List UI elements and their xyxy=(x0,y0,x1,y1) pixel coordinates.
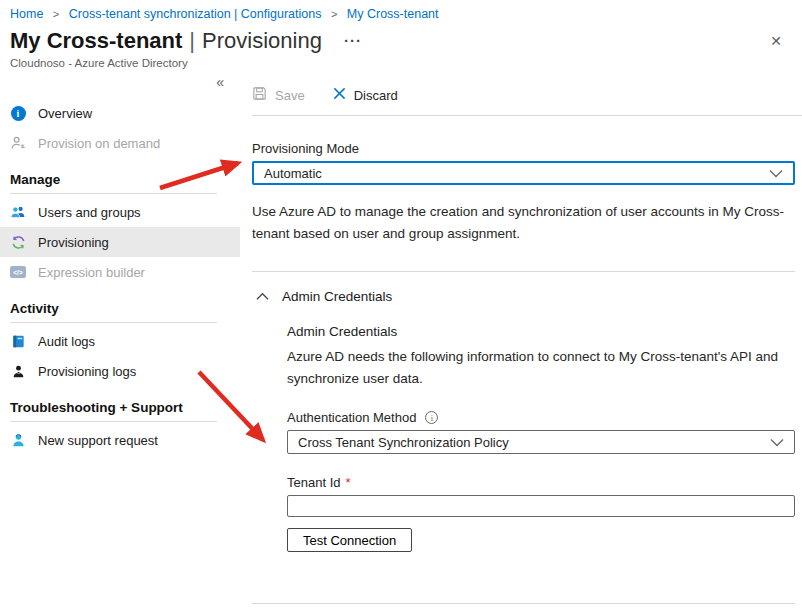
sidebar-item-label: Provisioning xyxy=(38,235,109,250)
sidebar-section-activity: Activity xyxy=(0,298,240,318)
sidebar-item-label: Expression builder xyxy=(38,265,145,280)
sidebar-divider xyxy=(10,322,217,323)
authentication-method-select[interactable]: Cross Tenant Synchronization Policy xyxy=(287,430,795,454)
page-title-divider: | xyxy=(189,28,195,54)
save-label: Save xyxy=(275,88,305,103)
sidebar-item-provisioning-logs[interactable]: Provisioning logs xyxy=(0,356,240,386)
breadcrumb-home[interactable]: Home xyxy=(10,7,43,21)
test-connection-button[interactable]: Test Connection xyxy=(287,528,412,552)
support-person-icon xyxy=(10,432,26,448)
discard-button[interactable]: Discard xyxy=(333,87,398,103)
sidebar-item-audit-logs[interactable]: Audit logs xyxy=(0,326,240,356)
sidebar-item-expression-builder: </> Expression builder xyxy=(0,257,240,287)
section-divider xyxy=(252,271,795,272)
breadcrumb-separator: > xyxy=(331,8,337,20)
sidebar-item-label: Users and groups xyxy=(38,205,141,220)
chevron-down-icon xyxy=(769,166,783,181)
code-icon: </> xyxy=(10,264,26,280)
provisioning-mode-description: Use Azure AD to manage the creation and … xyxy=(252,201,795,244)
breadcrumb: Home > Cross-tenant synchronization | Co… xyxy=(0,0,802,21)
tenant-id-input[interactable] xyxy=(287,495,795,517)
page-subtitle: Cloudnoso - Azure Active Directory xyxy=(10,57,802,69)
authentication-method-label: Authentication Method xyxy=(287,410,416,425)
admin-credentials-subheading: Admin Credentials xyxy=(287,324,795,339)
page-header: My Cross-tenant | Provisioning ··· ✕ Clo… xyxy=(0,21,802,69)
admin-credentials-content: Admin Credentials Azure AD needs the fol… xyxy=(287,324,795,552)
page-title-secondary: Provisioning xyxy=(202,28,322,54)
sidebar-divider xyxy=(10,421,217,422)
required-marker: * xyxy=(346,475,351,490)
sidebar-item-label: Provision on demand xyxy=(38,136,160,151)
users-icon xyxy=(10,204,26,220)
authentication-method-value: Cross Tenant Synchronization Policy xyxy=(298,435,509,450)
authentication-method-label-row: Authentication Method i xyxy=(287,410,795,425)
person-log-icon xyxy=(10,363,26,379)
sidebar-item-label: New support request xyxy=(38,433,158,448)
person-demand-icon xyxy=(10,135,26,151)
section-divider xyxy=(252,603,795,604)
sidebar-item-new-support-request[interactable]: New support request xyxy=(0,425,240,455)
admin-credentials-section-label: Admin Credentials xyxy=(282,289,392,304)
sidebar: « i Overview Provision on demand Manage xyxy=(0,74,240,612)
sidebar-divider xyxy=(10,193,217,194)
breadcrumb-separator: > xyxy=(53,8,59,20)
sidebar-section-troubleshooting: Troubleshooting + Support xyxy=(0,397,240,417)
sidebar-item-overview[interactable]: i Overview xyxy=(0,98,240,128)
save-icon xyxy=(252,86,267,104)
discard-x-icon xyxy=(333,87,346,103)
info-icon: i xyxy=(10,105,26,121)
sidebar-section-manage: Manage xyxy=(0,169,240,189)
audit-logs-icon xyxy=(10,333,26,349)
sidebar-item-provisioning[interactable]: Provisioning xyxy=(0,227,240,257)
chevron-up-icon xyxy=(256,289,269,304)
breadcrumb-my-cross-tenant[interactable]: My Cross-tenant xyxy=(347,7,439,21)
overflow-menu-icon[interactable]: ··· xyxy=(344,36,362,46)
provisioning-mode-value: Automatic xyxy=(264,166,322,181)
main-panel: Save Discard Provisioning Mode Automatic… xyxy=(240,74,802,612)
tenant-id-label: Tenant Id xyxy=(287,475,341,490)
sidebar-collapse-icon[interactable]: « xyxy=(0,74,240,92)
sidebar-item-users-and-groups[interactable]: Users and groups xyxy=(0,197,240,227)
admin-credentials-accordion[interactable]: Admin Credentials xyxy=(252,285,795,307)
info-tooltip-icon[interactable]: i xyxy=(425,411,438,424)
provisioning-mode-label: Provisioning Mode xyxy=(252,141,795,156)
breadcrumb-configurations[interactable]: Cross-tenant synchronization | Configura… xyxy=(69,7,322,21)
tenant-id-label-row: Tenant Id* xyxy=(287,475,795,490)
sidebar-item-provision-on-demand: Provision on demand xyxy=(0,128,240,158)
sidebar-item-label: Overview xyxy=(38,106,92,121)
settings-section: Settings xyxy=(252,603,795,612)
admin-credentials-description: Azure AD needs the following information… xyxy=(287,346,795,389)
discard-label: Discard xyxy=(354,88,398,103)
close-icon[interactable]: ✕ xyxy=(770,33,782,49)
chevron-down-icon xyxy=(770,435,784,450)
sidebar-item-label: Provisioning logs xyxy=(38,364,136,379)
toolbar-divider xyxy=(252,115,802,116)
page-title: My Cross-tenant | Provisioning ··· xyxy=(10,28,802,54)
save-button[interactable]: Save xyxy=(252,86,305,104)
sidebar-item-label: Audit logs xyxy=(38,334,95,349)
provisioning-mode-select[interactable]: Automatic xyxy=(252,161,795,185)
page-title-primary: My Cross-tenant xyxy=(10,28,182,54)
command-bar: Save Discard xyxy=(252,83,795,107)
sync-icon xyxy=(10,234,26,250)
